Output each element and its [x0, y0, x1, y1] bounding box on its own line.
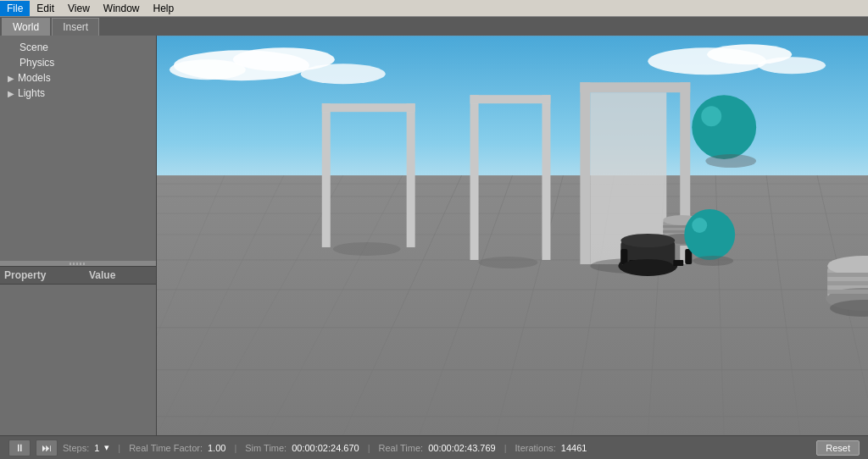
svg-point-62 [684, 209, 735, 260]
pause-button[interactable]: ⏸ [8, 440, 31, 456]
resize-dots [70, 263, 86, 265]
svg-rect-36 [470, 95, 479, 260]
svg-rect-42 [580, 82, 690, 92]
iterations-label: Iterations: [515, 443, 556, 453]
robot-2 [826, 256, 868, 317]
main-layout: Scene Physics ▶ Models ▶ Lights Property… [0, 36, 868, 435]
svg-rect-54 [620, 249, 627, 264]
svg-rect-8 [157, 175, 868, 435]
svg-point-3 [170, 59, 246, 80]
tree-item-physics[interactable]: Physics [4, 55, 152, 70]
svg-point-39 [479, 257, 538, 268]
models-label: Models [18, 72, 51, 84]
svg-point-61 [705, 154, 756, 168]
status-bar: ⏸ ⏭ Steps: 1 ▾ | Real Time Factor: 1.00 … [0, 435, 868, 459]
svg-point-60 [701, 106, 721, 126]
menu-view[interactable]: View [61, 1, 97, 16]
svg-rect-38 [470, 95, 551, 103]
properties-header: Property Value [0, 266, 156, 285]
left-panel: Scene Physics ▶ Models ▶ Lights Property… [0, 36, 157, 435]
svg-point-7 [758, 57, 826, 74]
real-time-factor-value: 1.00 [208, 443, 225, 453]
svg-rect-71 [827, 290, 868, 294]
steps-label: Steps: [63, 443, 89, 453]
physics-label: Physics [19, 57, 54, 69]
lights-arrow: ▶ [8, 89, 14, 98]
svg-point-53 [620, 234, 675, 247]
tree-item-scene[interactable]: Scene [4, 40, 152, 55]
svg-rect-40 [580, 82, 590, 264]
svg-rect-69 [827, 273, 868, 277]
svg-rect-34 [322, 103, 415, 112]
menu-help[interactable]: Help [147, 1, 181, 16]
sim-time-value: 00:00:02:24.670 [292, 443, 359, 453]
scene-label: Scene [19, 41, 48, 53]
menu-edit[interactable]: Edit [30, 1, 61, 16]
svg-rect-57 [673, 260, 683, 266]
svg-point-4 [301, 64, 386, 84]
viewport[interactable]: ↖ ✛ ↺ ▭ ● ⬡ ☀ ✦ ≡ ⊡ [157, 36, 868, 435]
menu-file[interactable]: File [0, 1, 30, 16]
steps-dropdown[interactable]: ▾ [104, 442, 109, 453]
tree-item-models[interactable]: ▶ Models [4, 70, 152, 86]
real-time-factor-label: Real Time Factor: [129, 443, 203, 453]
svg-rect-37 [542, 95, 550, 260]
sim-time-label: Sim Time: [245, 443, 287, 453]
property-col-header: Property [4, 269, 81, 281]
reset-button[interactable]: Reset [816, 440, 860, 456]
iterations-value: 14461 [561, 443, 587, 453]
properties-panel: Property Value [0, 266, 156, 435]
svg-rect-70 [827, 281, 868, 285]
svg-point-58 [622, 259, 673, 273]
step-button[interactable]: ⏭ [36, 440, 58, 456]
steps-value: 1 [94, 443, 99, 453]
menu-window[interactable]: Window [97, 1, 147, 16]
svg-point-63 [692, 218, 707, 233]
tab-world[interactable]: World [2, 18, 50, 36]
scene-svg [157, 36, 868, 435]
scene-tree: Scene Physics ▶ Models ▶ Lights [0, 36, 156, 261]
real-time-value: 00:00:02:43.769 [428, 443, 496, 453]
real-time-label: Real Time: [379, 443, 424, 453]
svg-rect-32 [322, 103, 331, 247]
tab-insert[interactable]: Insert [52, 18, 99, 36]
menu-bar: File Edit View Window Help [0, 0, 868, 17]
svg-point-35 [333, 242, 401, 256]
models-arrow: ▶ [8, 74, 14, 83]
tab-bar: World Insert [0, 17, 868, 36]
value-col-header: Value [89, 269, 115, 281]
tree-item-lights[interactable]: ▶ Lights [4, 86, 152, 101]
svg-point-59 [692, 95, 756, 159]
svg-point-64 [693, 256, 733, 266]
lights-label: Lights [18, 87, 45, 99]
svg-rect-33 [407, 103, 415, 247]
